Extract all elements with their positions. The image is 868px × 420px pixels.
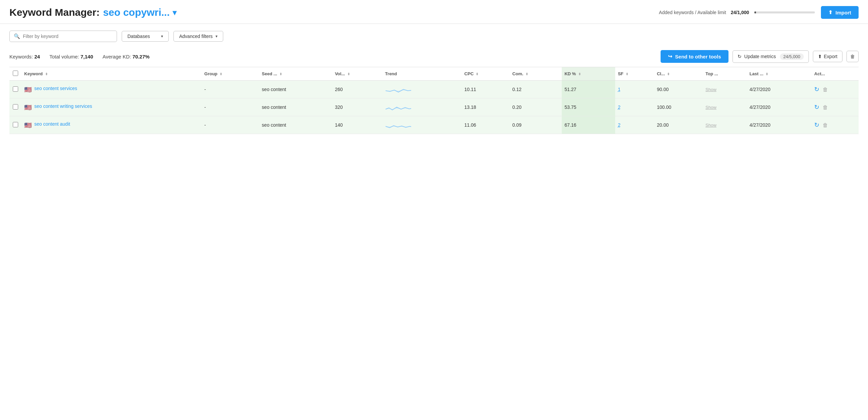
col-vol[interactable]: Vol... ⬍ xyxy=(332,67,382,80)
row-keyword: 🇺🇸 seo content writing services xyxy=(22,98,202,116)
col-trend[interactable]: Trend xyxy=(382,67,462,80)
limit-label: Added keywords / Available limit xyxy=(659,10,726,15)
row-checkbox[interactable] xyxy=(13,122,18,127)
export-icon: ⬆ xyxy=(818,54,822,59)
row-kd: 51.27 xyxy=(562,80,615,98)
sort-keyword-icon: ⬍ xyxy=(45,72,48,76)
update-icon: ↻ xyxy=(738,54,742,59)
row-last: 4/27/2020 xyxy=(747,116,811,134)
row-top[interactable]: Show xyxy=(703,80,747,98)
row-checkbox-cell[interactable] xyxy=(9,98,22,116)
row-group: - xyxy=(202,80,259,98)
sort-vol-icon: ⬍ xyxy=(347,72,350,76)
col-com[interactable]: Com. ⬍ xyxy=(509,67,562,80)
row-cpc: 10.11 xyxy=(462,80,509,98)
select-all-cell[interactable] xyxy=(9,67,22,80)
row-refresh-icon[interactable]: ↻ xyxy=(814,86,819,93)
sort-seed-icon: ⬍ xyxy=(279,72,282,76)
row-trend xyxy=(382,116,462,134)
row-refresh-icon[interactable]: ↻ xyxy=(814,104,819,110)
row-com: 0.12 xyxy=(509,80,562,98)
col-seed[interactable]: Seed ... ⬍ xyxy=(259,67,332,80)
row-top[interactable]: Show xyxy=(703,98,747,116)
row-top[interactable]: Show xyxy=(703,116,747,134)
keyword-link[interactable]: seo content services xyxy=(34,85,77,92)
col-top[interactable]: Top ... xyxy=(703,67,747,80)
table-actions: ↪ Send to other tools ↻ Update metrics 2… xyxy=(660,50,859,63)
volume-value: 7,140 xyxy=(80,54,93,60)
export-label: Export xyxy=(824,54,837,59)
advanced-filters-dropdown[interactable]: Advanced filters ▾ xyxy=(174,31,223,42)
volume-stat: Total volume: 7,140 xyxy=(50,54,93,60)
project-dropdown-icon[interactable]: ▾ xyxy=(173,7,177,18)
header-right-group: Added keywords / Available limit 24/1,00… xyxy=(659,6,859,19)
limit-progress-fill xyxy=(754,11,756,13)
row-group: - xyxy=(202,98,259,116)
col-keyword[interactable]: Keyword ⬍ xyxy=(22,67,202,80)
flag-icon: 🇺🇸 xyxy=(24,122,32,129)
filter-input[interactable] xyxy=(23,34,113,39)
row-vol: 140 xyxy=(332,116,382,134)
row-delete-icon[interactable]: 🗑 xyxy=(823,87,828,92)
row-checkbox[interactable] xyxy=(13,86,18,92)
row-delete-icon[interactable]: 🗑 xyxy=(823,104,828,110)
import-button[interactable]: ⬆ Import xyxy=(821,6,859,19)
row-cl: 100.00 xyxy=(654,98,703,116)
row-trend xyxy=(382,98,462,116)
table-row: 🇺🇸 seo content audit - seo content 140 1… xyxy=(9,116,859,134)
keyword-link[interactable]: seo content audit xyxy=(34,121,70,128)
flag-icon: 🇺🇸 xyxy=(24,86,32,93)
row-trend xyxy=(382,80,462,98)
row-sf: 2 xyxy=(615,98,654,116)
limit-group: Added keywords / Available limit 24/1,00… xyxy=(659,10,815,15)
page-title-project[interactable]: seo copywri... xyxy=(103,7,169,18)
row-checkbox-cell[interactable] xyxy=(9,116,22,134)
show-link[interactable]: Show xyxy=(706,87,717,92)
sort-cl-icon: ⬍ xyxy=(667,72,670,76)
row-checkbox-cell[interactable] xyxy=(9,80,22,98)
select-all-checkbox[interactable] xyxy=(13,70,18,76)
row-refresh-icon[interactable]: ↻ xyxy=(814,122,819,128)
row-vol: 320 xyxy=(332,98,382,116)
export-button[interactable]: ⬆ Export xyxy=(813,51,842,62)
show-link[interactable]: Show xyxy=(706,105,717,110)
col-sf[interactable]: SF ⬍ xyxy=(615,67,654,80)
row-delete-icon[interactable]: 🗑 xyxy=(823,122,828,128)
databases-label: Databases xyxy=(127,34,150,39)
databases-dropdown[interactable]: Databases ▾ xyxy=(122,31,169,42)
sort-last-icon: ⬍ xyxy=(766,72,768,76)
row-seed: seo content xyxy=(259,116,332,134)
send-icon: ↪ xyxy=(668,54,672,60)
row-actions: ↻ 🗑 xyxy=(811,116,859,134)
col-cpc[interactable]: CPC ⬍ xyxy=(462,67,509,80)
col-cl[interactable]: Cl... ⬍ xyxy=(654,67,703,80)
col-last[interactable]: Last ... ⬍ xyxy=(747,67,811,80)
stats-bar: Keywords: 24 Total volume: 7,140 Average… xyxy=(0,47,868,67)
row-group: - xyxy=(202,116,259,134)
row-checkbox[interactable] xyxy=(13,104,18,109)
kd-stat: Average KD: 70.27% xyxy=(102,54,150,60)
keyword-link[interactable]: seo content writing services xyxy=(34,103,92,110)
delete-button[interactable]: 🗑 xyxy=(846,51,859,62)
row-cl: 90.00 xyxy=(654,80,703,98)
keywords-stat: Keywords: 24 xyxy=(9,54,40,60)
import-icon: ⬆ xyxy=(828,9,833,15)
update-metrics-button[interactable]: ↻ Update metrics 24/5,000 xyxy=(733,51,809,63)
sort-com-icon: ⬍ xyxy=(525,72,528,76)
row-last: 4/27/2020 xyxy=(747,98,811,116)
col-group[interactable]: Group ⬍ xyxy=(202,67,259,80)
col-kd[interactable]: KD % ⬍ xyxy=(562,67,615,80)
databases-chevron-icon: ▾ xyxy=(161,34,163,39)
row-vol: 260 xyxy=(332,80,382,98)
page-title-static: Keyword Manager: xyxy=(9,7,99,18)
sort-kd-icon: ⬍ xyxy=(578,72,581,76)
send-to-tools-button[interactable]: ↪ Send to other tools xyxy=(660,50,728,63)
limit-progress-bar xyxy=(754,11,815,13)
row-actions: ↻ 🗑 xyxy=(811,80,859,98)
limit-value: 24/1,000 xyxy=(731,10,749,15)
show-link[interactable]: Show xyxy=(706,123,717,128)
row-cl: 20.00 xyxy=(654,116,703,134)
sort-cpc-icon: ⬍ xyxy=(476,72,478,76)
filter-input-wrap[interactable]: 🔍 xyxy=(9,31,117,42)
keywords-table: Keyword ⬍ Group ⬍ Seed ... ⬍ Vol... ⬍ Tr… xyxy=(9,67,859,134)
